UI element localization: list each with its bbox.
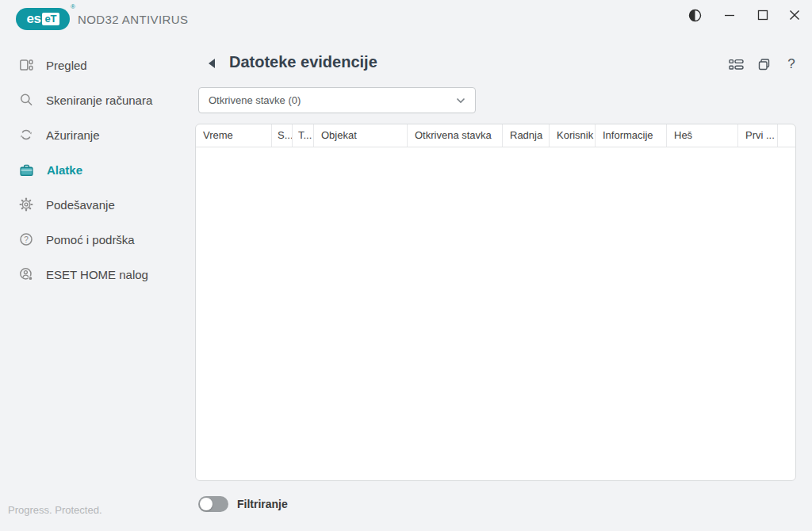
chevron-down-icon <box>456 97 465 104</box>
help-icon: ? <box>19 232 33 246</box>
column-header-prvi[interactable]: Prvi ... <box>738 124 778 147</box>
sidebar-item-pomoc[interactable]: ? Pomoć i podrška <box>11 223 182 255</box>
sidebar-item-skeniranje[interactable]: Skeniranje računara <box>11 84 182 116</box>
eset-logo: es eT ® <box>16 8 70 30</box>
filter-toggle[interactable] <box>198 496 228 512</box>
computer-scan-icon <box>19 93 33 107</box>
filter-toggle-label: Filtriranje <box>237 498 288 510</box>
column-header-korisnik[interactable]: Korisnik <box>550 124 596 147</box>
layout-options-button[interactable] <box>727 55 745 73</box>
close-icon <box>789 10 800 21</box>
column-header-t[interactable]: T... <box>293 124 314 147</box>
close-button[interactable] <box>783 3 806 27</box>
page-title: Datoteke evidencije <box>229 53 377 71</box>
overview-icon <box>19 58 33 72</box>
eset-logo-text: es <box>26 11 40 27</box>
copy-icon <box>757 58 771 71</box>
back-button[interactable] <box>209 59 215 68</box>
detected-items-dropdown[interactable]: Otkrivene stavke (0) <box>198 87 476 113</box>
column-header-informacije[interactable]: Informacije <box>596 124 667 147</box>
minimize-button[interactable] <box>718 3 741 27</box>
list-details-icon <box>729 58 744 71</box>
sidebar-item-alatke[interactable]: Alatke <box>11 154 182 185</box>
question-icon: ? <box>787 56 795 72</box>
sidebar-item-azuriranje[interactable]: Ažuriranje <box>11 119 182 151</box>
theme-toggle-button[interactable] <box>683 3 707 27</box>
column-header-radnja[interactable]: Radnja <box>503 124 550 147</box>
minimize-icon <box>724 10 735 21</box>
table-header-row: VremeS...T...ObjekatOtkrivena stavkaRadn… <box>196 124 795 147</box>
column-header-he[interactable]: Heš <box>667 124 738 147</box>
settings-icon <box>19 197 33 212</box>
help-button[interactable]: ? <box>783 55 800 73</box>
svg-text:?: ? <box>24 235 29 244</box>
dropdown-value: Otkrivene stavke (0) <box>209 94 456 106</box>
status-text: Progress. Protected. <box>8 504 102 516</box>
update-icon <box>19 128 33 142</box>
window-root: es eT ® NOD32 ANTIVIRUS Pregled <box>0 0 812 531</box>
account-icon <box>19 267 33 281</box>
column-header-otkrivena-stavka[interactable]: Otkrivena stavka <box>408 124 503 147</box>
copy-button[interactable] <box>755 55 772 73</box>
tools-icon <box>19 162 34 178</box>
sidebar-item-eset-home[interactable]: ESET HOME nalog <box>11 258 182 290</box>
registered-mark: ® <box>71 3 75 10</box>
product-name: NOD32 ANTIVIRUS <box>78 13 188 26</box>
log-table: VremeS...T...ObjekatOtkrivena stavkaRadn… <box>195 124 796 481</box>
contrast-icon <box>688 9 702 22</box>
sidebar-item-podesavanje[interactable]: Podešavanje <box>11 189 182 220</box>
maximize-button[interactable] <box>751 3 775 27</box>
sidebar-item-pregled[interactable]: Pregled <box>11 49 182 81</box>
toggle-knob <box>200 498 213 510</box>
maximize-icon <box>757 10 768 21</box>
column-header-s[interactable]: S... <box>272 124 293 147</box>
column-header-objekat[interactable]: Objekat <box>314 124 408 147</box>
column-header-vreme[interactable]: Vreme <box>196 124 272 147</box>
column-header-spacer <box>778 124 795 147</box>
